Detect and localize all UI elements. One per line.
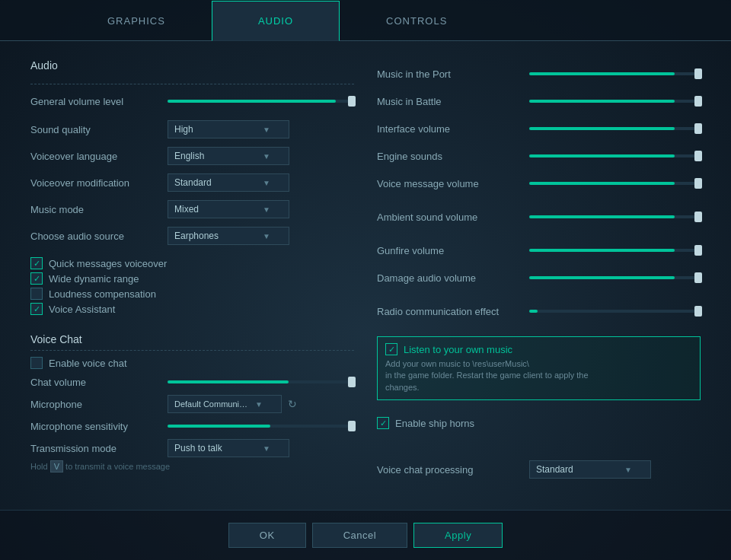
- voice-assistant-checkbox-row[interactable]: Voice Assistant: [30, 303, 354, 315]
- engine-sounds-slider[interactable]: [529, 150, 701, 162]
- sound-quality-select[interactable]: High ▼: [168, 120, 289, 138]
- music-battle-label: Music in Battle: [377, 96, 529, 107]
- microphone-row: Microphone Default Communication Device …: [30, 394, 354, 414]
- wide-dynamic-checkbox-row[interactable]: Wide dynamic range: [30, 272, 354, 285]
- damage-audio-slider[interactable]: [529, 272, 701, 284]
- damage-audio-row: Damage audio volume: [377, 268, 701, 288]
- apply-button[interactable]: Apply: [413, 523, 503, 548]
- music-port-slider[interactable]: [529, 68, 701, 80]
- music-mode-row: Music mode Mixed ▼: [30, 199, 354, 219]
- voice-chat-processing-row: Voice chat processing Standard ▼: [377, 460, 701, 479]
- listen-own-music-checkbox[interactable]: [385, 343, 397, 355]
- gunfire-volume-slider[interactable]: [529, 244, 701, 256]
- radio-comm-slider[interactable]: [529, 305, 701, 317]
- footer: OK Cancel Apply: [0, 510, 731, 560]
- main-content: Audio General volume level Sound quality: [0, 41, 731, 510]
- voiceover-language-row: Voiceover language English ▼: [30, 146, 354, 166]
- general-volume-slider[interactable]: [168, 95, 354, 107]
- gunfire-volume-label: Gunfire volume: [377, 245, 529, 256]
- voice-chat-divider: [30, 350, 354, 351]
- right-panel: Music in the Port Music in Battle: [377, 56, 701, 495]
- ambient-sound-row: Ambient sound volume: [377, 207, 701, 227]
- settings-window: GRAPHICS AUDIO CONTROLS Audio General vo…: [0, 0, 731, 560]
- voice-chat-processing-select[interactable]: Standard ▼: [529, 460, 651, 479]
- loudness-checkbox[interactable]: [30, 288, 43, 300]
- quick-messages-checkbox[interactable]: [30, 257, 43, 269]
- mic-sensitivity-label: Microphone sensitivity: [30, 421, 168, 432]
- voice-assistant-checkbox[interactable]: [30, 303, 43, 315]
- ambient-sound-slider[interactable]: [529, 211, 701, 223]
- chevron-down-icon: ▼: [263, 444, 270, 453]
- interface-volume-slider[interactable]: [529, 123, 701, 135]
- tab-graphics[interactable]: GRAPHICS: [61, 1, 212, 41]
- enable-ship-horns-checkbox[interactable]: [377, 417, 389, 429]
- music-port-label: Music in the Port: [377, 68, 529, 80]
- enable-voice-chat-checkbox[interactable]: [30, 357, 43, 369]
- microphone-label: Microphone: [30, 399, 168, 410]
- listen-own-music-label: Listen to your own music: [404, 344, 512, 355]
- quick-messages-checkbox-row[interactable]: Quick messages voiceover: [30, 257, 354, 269]
- chevron-down-icon: ▼: [263, 205, 270, 214]
- voiceover-language-select[interactable]: English ▼: [168, 147, 289, 165]
- chevron-down-icon: ▼: [263, 232, 270, 240]
- transmission-mode-select[interactable]: Push to talk ▼: [168, 439, 289, 457]
- music-battle-row: Music in Battle: [377, 91, 701, 111]
- sound-quality-row: Sound quality High ▼: [30, 119, 354, 139]
- section-divider: [30, 84, 354, 84]
- enable-voice-chat-label: Enable voice chat: [49, 358, 127, 369]
- chevron-down-icon: ▼: [263, 126, 270, 134]
- voice-message-row: Voice message volume: [377, 173, 701, 193]
- music-mode-select[interactable]: Mixed ▼: [168, 200, 289, 218]
- audio-source-select[interactable]: Earphones ▼: [168, 227, 289, 245]
- wide-dynamic-checkbox[interactable]: [30, 272, 43, 285]
- enable-ship-horns-row[interactable]: Enable ship horns: [377, 417, 701, 429]
- tab-audio[interactable]: AUDIO: [212, 1, 340, 41]
- audio-source-row: Choose audio source Earphones ▼: [30, 226, 354, 246]
- audio-section-title: Audio: [30, 59, 354, 72]
- interface-volume-row: Interface volume: [377, 119, 701, 138]
- sound-quality-label: Sound quality: [30, 124, 168, 135]
- listen-own-music-header: Listen to your own music: [385, 343, 692, 355]
- loudness-checkbox-row[interactable]: Loudness compensation: [30, 288, 354, 300]
- transmission-mode-row: Transmission mode Push to talk ▼: [30, 438, 354, 458]
- cancel-button[interactable]: Cancel: [312, 523, 407, 548]
- voice-chat-title: Voice Chat: [30, 333, 354, 345]
- chat-volume-slider[interactable]: [168, 376, 354, 388]
- voiceover-modification-select[interactable]: Standard ▼: [168, 173, 289, 192]
- music-port-row: Music in the Port: [377, 64, 701, 84]
- microphone-select[interactable]: Default Communication Device ▼: [168, 395, 282, 413]
- quick-messages-label: Quick messages voiceover: [49, 258, 167, 269]
- voice-chat-processing-label: Voice chat processing: [377, 464, 529, 476]
- voiceover-language-label: Voiceover language: [30, 151, 168, 162]
- voiceover-modification-row: Voiceover modification Standard ▼: [30, 173, 354, 192]
- wide-dynamic-label: Wide dynamic range: [49, 273, 139, 285]
- transmission-hint: Hold V to transmit a voice message: [30, 460, 354, 473]
- chevron-down-icon: ▼: [263, 179, 270, 187]
- enable-ship-horns-label: Enable ship horns: [395, 418, 474, 429]
- chevron-down-icon: ▼: [624, 466, 632, 474]
- chat-volume-label: Chat volume: [30, 377, 168, 388]
- hint-key: V: [50, 460, 63, 473]
- radio-comm-label: Radio communication effect: [377, 306, 529, 317]
- chat-volume-row: Chat volume: [30, 372, 354, 392]
- audio-source-label: Choose audio source: [30, 231, 168, 242]
- hint-text: Hold: [30, 462, 48, 471]
- gunfire-volume-row: Gunfire volume: [377, 240, 701, 260]
- music-battle-slider[interactable]: [529, 95, 701, 107]
- radio-comm-row: Radio communication effect: [377, 301, 701, 321]
- voice-message-slider[interactable]: [529, 177, 701, 189]
- transmission-mode-label: Transmission mode: [30, 443, 168, 454]
- interface-volume-label: Interface volume: [377, 123, 529, 135]
- tab-controls[interactable]: CONTROLS: [340, 1, 493, 41]
- mic-sensitivity-row: Microphone sensitivity: [30, 416, 354, 436]
- mic-sensitivity-slider[interactable]: [168, 420, 354, 432]
- voice-message-label: Voice message volume: [377, 178, 529, 189]
- enable-voice-chat-row[interactable]: Enable voice chat: [30, 357, 354, 369]
- general-volume-label: General volume level: [30, 96, 168, 107]
- voiceover-modification-label: Voiceover modification: [30, 177, 168, 189]
- ok-button[interactable]: OK: [228, 523, 306, 548]
- engine-sounds-row: Engine sounds: [377, 146, 701, 166]
- refresh-icon[interactable]: ↻: [285, 396, 300, 412]
- loudness-label: Loudness compensation: [49, 288, 156, 300]
- general-volume-row: General volume level: [30, 95, 354, 107]
